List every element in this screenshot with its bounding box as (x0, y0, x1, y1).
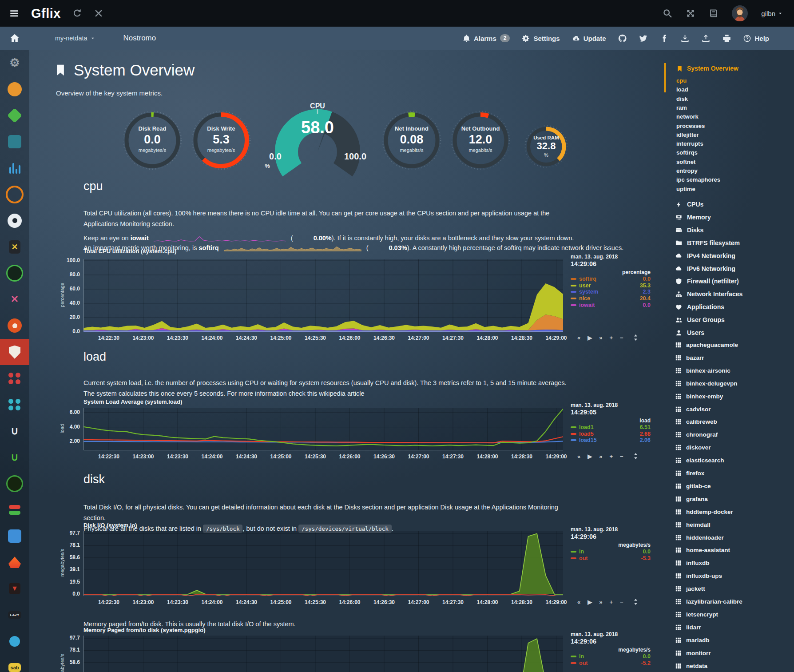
server-dropdown[interactable]: my-netdata (55, 35, 95, 42)
menu-section-applications[interactable]: Applications (675, 303, 724, 310)
menu-app-chronograf[interactable]: chronograf (675, 431, 718, 438)
chart-resize-handle[interactable] (634, 599, 638, 607)
menu-section-firewall-netfilter-[interactable]: Firewall (netfilter) (675, 278, 739, 285)
menu-app-firefox[interactable]: firefox (675, 470, 704, 477)
update-button[interactable]: Update (572, 35, 606, 42)
legend-entry-load15[interactable]: load152.06 (571, 437, 651, 444)
menu-app-mariadb[interactable]: mariadb (675, 637, 710, 644)
app-pills-icon[interactable] (0, 497, 29, 523)
play-button[interactable]: ▶ (588, 599, 592, 605)
menu-app-binhex-delugevpn[interactable]: binhex-delugevpn (675, 380, 738, 387)
menu-app-bazarr[interactable]: bazarr (675, 354, 704, 361)
menu-app-diskover[interactable]: diskover (675, 444, 711, 451)
menu-app-jackett[interactable]: jackett (675, 585, 705, 592)
menu-section-system-overview[interactable]: System Overview (676, 65, 738, 72)
menu-app-grafana[interactable]: grafana (675, 496, 708, 502)
menu-app-apacheguacamole[interactable]: apacheguacamole (675, 342, 738, 348)
legend-entry-in[interactable]: in0.0 (571, 549, 651, 555)
menu-app-binhex-emby[interactable]: binhex-emby (675, 393, 723, 400)
app-red-dots-icon[interactable] (0, 365, 29, 391)
legend-entry-in[interactable]: in0.0 (571, 653, 651, 660)
skip-back-button[interactable]: « (577, 453, 580, 460)
menu-app-elasticsearch[interactable]: elasticsearch (675, 457, 724, 464)
chart-resize-handle[interactable] (634, 453, 638, 461)
menu-item-network[interactable]: network (676, 113, 699, 120)
settings-gear-icon[interactable]: ⚙ (0, 50, 29, 76)
gauge-used-ram[interactable]: Used RAM32.8% (520, 120, 573, 173)
gauge-net-outbound[interactable]: Net Outbound12.0megabits/s (445, 105, 516, 176)
app-sab-badge-icon[interactable]: sab (0, 654, 29, 672)
menu-section-memory[interactable]: Memory (675, 214, 711, 221)
app-teal-dots-icon[interactable] (0, 391, 29, 418)
menu-app-calibreweb[interactable]: calibreweb (675, 418, 717, 425)
play-button[interactable]: ▶ (588, 453, 592, 460)
legend-entry-iowait[interactable]: iowait0.0 (571, 302, 651, 308)
skip-forward-button[interactable]: » (599, 599, 602, 605)
refresh-icon[interactable] (72, 8, 82, 18)
menu-app-letsencrypt[interactable]: letsencrypt (675, 611, 718, 618)
app-green-ring-icon[interactable] (0, 260, 29, 286)
menu-item-ipc-semaphores[interactable]: ipc semaphores (676, 176, 720, 183)
legend-entry-out[interactable]: out-5.2 (571, 660, 651, 667)
legend-entry-load5[interactable]: load52.68 (571, 431, 651, 437)
menu-item-entropy[interactable]: entropy (676, 167, 698, 174)
disk-chart-plot[interactable] (83, 531, 563, 596)
menu-app-cadvisor[interactable]: cadvisor (675, 406, 711, 413)
legend-entry-system[interactable]: system2.3 (571, 289, 651, 295)
changelog-icon[interactable] (709, 8, 719, 18)
gauge-net-inbound[interactable]: Net Inbound0.08megabits/s (376, 105, 447, 176)
menu-app-heimdall[interactable]: heimdall (675, 521, 711, 528)
close-icon[interactable] (94, 8, 103, 18)
legend-entry-load1[interactable]: load16.51 (571, 424, 651, 431)
pgpgio-chart-plot[interactable] (83, 636, 563, 672)
help-button[interactable]: Help (743, 35, 769, 42)
menu-section-user-groups[interactable]: User Groups (675, 316, 725, 323)
menu-item-cpu[interactable]: cpu (676, 77, 687, 84)
menu-app-binhex-airsonic[interactable]: binhex-airsonic (675, 367, 730, 374)
app-red-dot-circle-icon[interactable] (0, 313, 29, 339)
import-icon[interactable] (681, 34, 689, 43)
menu-item-processes[interactable]: processes (676, 123, 705, 129)
app-darkgreen-ring-icon[interactable] (0, 470, 29, 497)
wikipedia-link[interactable]: this wikipedia article (307, 390, 365, 397)
zoom-out-button[interactable]: − (620, 599, 623, 605)
gauge-disk-read[interactable]: Disk Read0.0megabytes/s (117, 105, 188, 176)
menu-section-ipv6-networking[interactable]: IPv6 Networking (675, 265, 735, 272)
menu-item-softirqs[interactable]: softirqs (676, 149, 698, 156)
menu-section-ipv4-networking[interactable]: IPv4 Networking (675, 252, 735, 259)
zoom-out-button[interactable]: − (620, 453, 623, 460)
skip-back-button[interactable]: « (577, 335, 580, 341)
search-icon[interactable] (663, 8, 672, 18)
menu-app-monitorr[interactable]: monitorr (675, 650, 711, 656)
zoom-out-button[interactable]: − (620, 335, 623, 341)
app-blue-bars-icon[interactable] (0, 155, 29, 181)
menu-item-uptime[interactable]: uptime (676, 186, 695, 192)
menu-item-interrupts[interactable]: interrupts (676, 140, 703, 147)
app-white-u-icon[interactable]: ∪ (0, 418, 29, 444)
play-button[interactable]: ▶ (588, 335, 592, 341)
app-teal-box-icon[interactable] (0, 129, 29, 155)
github-icon[interactable] (618, 34, 627, 43)
skip-back-button[interactable]: « (577, 599, 580, 605)
app-orange-ring-icon[interactable] (0, 181, 29, 207)
settings-button[interactable]: Settings (522, 35, 560, 42)
menu-app-home-assistant[interactable]: home-assistant (675, 547, 730, 553)
skip-forward-button[interactable]: » (599, 335, 602, 341)
menu-app-netdata[interactable]: netdata (675, 663, 707, 669)
export-icon[interactable] (702, 34, 710, 43)
menu-app-gitlab-ce[interactable]: gitlab-ce (675, 483, 711, 489)
user-menu[interactable]: gilbn (761, 10, 782, 17)
legend-entry-user[interactable]: user35.3 (571, 282, 651, 289)
menu-section-btrfs-filesystem[interactable]: BTRFS filesystem (675, 239, 740, 247)
facebook-icon[interactable] (660, 34, 668, 43)
app-red-shield-icon[interactable] (0, 339, 29, 365)
legend-entry-nice[interactable]: nice20.4 (571, 295, 651, 302)
menu-app-influxdb[interactable]: influxdb (675, 560, 710, 566)
skip-forward-button[interactable]: » (599, 453, 602, 460)
zoom-in-button[interactable]: + (609, 453, 613, 460)
menu-section-users[interactable]: Users (675, 329, 704, 336)
load-chart-plot[interactable] (83, 408, 563, 450)
menu-section-network-interfaces[interactable]: Network Interfaces (675, 290, 742, 298)
alarms-button[interactable]: Alarms2 (463, 34, 510, 42)
app-lazy-badge-icon[interactable]: LAZY (0, 602, 29, 628)
